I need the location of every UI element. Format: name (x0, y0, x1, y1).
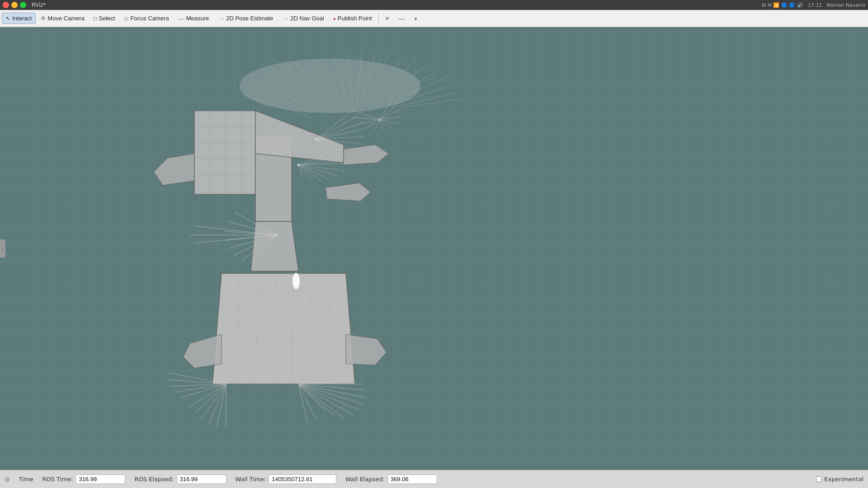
publish-point-label: Publish Point (338, 15, 372, 22)
experimental-label: Experimental (824, 476, 863, 483)
app-title: RViz* (32, 2, 46, 8)
wall-time-field: Wall Time: (236, 474, 337, 484)
close-button[interactable] (3, 2, 9, 8)
titlebar-left: RViz* (3, 2, 46, 8)
focus-camera-icon (124, 15, 128, 22)
minus-icon (398, 15, 405, 22)
select-icon (94, 15, 97, 22)
focus-camera-label: Focus Camera (130, 15, 169, 22)
nav-goal-button[interactable]: 2D Nav Goal (278, 13, 328, 24)
clock: 17:11 (808, 2, 822, 8)
map-scene (0, 27, 868, 470)
experimental-checkbox[interactable] (816, 476, 822, 482)
pose-icon (218, 15, 224, 22)
remove-button[interactable] (394, 13, 409, 24)
publish-icon (333, 15, 336, 22)
select-button[interactable]: Select (90, 13, 119, 24)
wall-elapsed-input[interactable] (387, 474, 437, 484)
svg-point-100 (429, 79, 430, 80)
svg-point-93 (298, 65, 299, 66)
ros-time-input[interactable] (75, 474, 125, 484)
svg-marker-137 (251, 221, 298, 271)
pose-estimate-label: 2D Pose Estimate (226, 15, 273, 22)
plus-icon (385, 14, 389, 23)
svg-point-92 (289, 68, 290, 69)
interact-label: Interact (12, 15, 32, 22)
ros-elapsed-label: ROS Elapsed: (134, 476, 174, 483)
toolbar-separator (378, 13, 379, 24)
interact-button[interactable]: Interact (2, 13, 36, 24)
titlebar: RViz* ⊟ ✉ 📶 🔵 🔵 🔊 17:11 Roman Navarro (0, 0, 868, 10)
viewport[interactable]: ‹ (0, 27, 868, 470)
pose-estimate-button[interactable]: 2D Pose Estimate (214, 13, 277, 24)
measure-button[interactable]: Measure (174, 13, 213, 24)
add-button[interactable] (381, 12, 393, 25)
svg-point-97 (379, 59, 380, 60)
wall-time-input[interactable] (269, 474, 336, 484)
svg-point-149 (274, 233, 278, 237)
time-label: Time (19, 476, 33, 483)
move-camera-icon (41, 15, 46, 22)
svg-point-99 (415, 71, 416, 72)
time-icon: ⊙ (5, 476, 10, 483)
wall-time-label: Wall Time: (236, 476, 266, 483)
ros-time-label: ROS Time: (42, 476, 73, 483)
statusbar: ⊙ Time ROS Time: ROS Elapsed: Wall Time:… (0, 470, 868, 488)
svg-point-136 (297, 164, 300, 166)
svg-marker-105 (194, 111, 255, 194)
dropdown-icon (414, 15, 418, 22)
experimental-checkbox-field[interactable]: Experimental (816, 476, 863, 483)
svg-point-104 (264, 88, 265, 89)
maximize-button[interactable] (20, 2, 26, 8)
measure-icon (178, 15, 184, 22)
minimize-button[interactable] (11, 2, 18, 8)
tray-icons: ⊟ ✉ 📶 🔵 🔵 🔊 (762, 2, 803, 8)
svg-point-125 (315, 138, 318, 141)
svg-point-163 (292, 273, 300, 289)
move-camera-button[interactable]: Move Camera (37, 13, 89, 24)
svg-point-98 (397, 64, 398, 65)
wall-elapsed-label: Wall Elapsed: (345, 476, 385, 483)
dropdown-button[interactable] (410, 13, 422, 24)
ros-time-field: ROS Time: (42, 474, 126, 484)
publish-point-button[interactable]: Publish Point (329, 13, 376, 24)
interact-icon (6, 15, 10, 22)
svg-point-102 (280, 74, 281, 75)
svg-point-103 (271, 80, 272, 81)
window-buttons[interactable] (3, 2, 26, 8)
svg-point-101 (443, 88, 443, 89)
svg-point-95 (339, 59, 340, 60)
nav-goal-label: 2D Nav Goal (290, 15, 324, 22)
svg-point-96 (357, 57, 358, 58)
titlebar-right: ⊟ ✉ 📶 🔵 🔵 🔊 17:11 Roman Navarro (762, 2, 865, 8)
ros-elapsed-field: ROS Elapsed: (134, 474, 226, 484)
username: Roman Navarro (827, 2, 865, 8)
toolbar: Interact Move Camera Select Focus Camera… (0, 10, 868, 27)
ros-elapsed-input[interactable] (177, 474, 226, 484)
svg-marker-150 (212, 273, 355, 384)
select-label: Select (99, 15, 115, 22)
focus-camera-button[interactable]: Focus Camera (120, 13, 173, 24)
svg-point-94 (316, 62, 317, 63)
measure-label: Measure (186, 15, 209, 22)
wall-elapsed-field: Wall Elapsed: (345, 474, 437, 484)
svg-point-199 (378, 118, 381, 121)
navgoal-icon (282, 15, 288, 22)
move-camera-label: Move Camera (47, 15, 85, 22)
side-panel-toggle[interactable]: ‹ (0, 239, 5, 258)
